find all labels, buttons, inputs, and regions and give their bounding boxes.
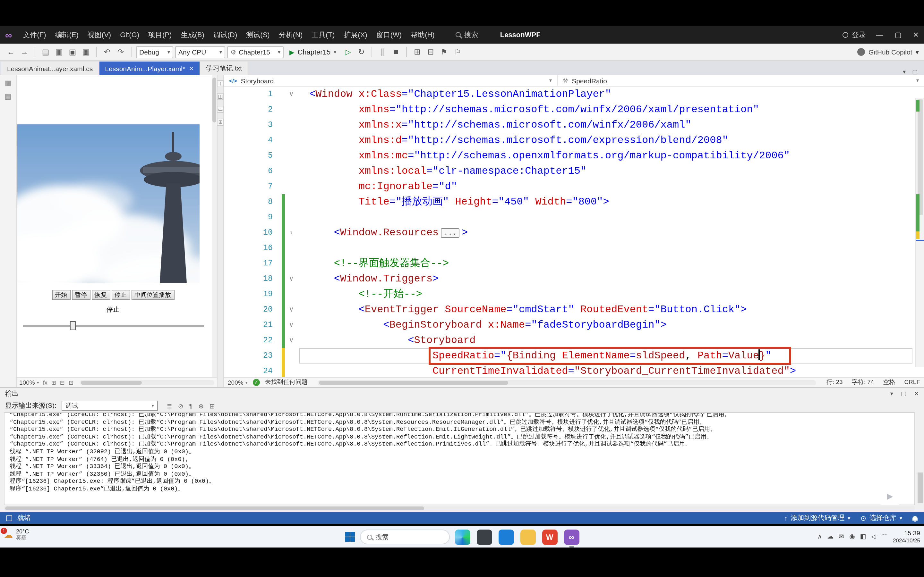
code-line[interactable]: 3 xmlns:x="http://schemas.microsoft.com/… [224, 117, 915, 133]
fold-marker[interactable]: › [285, 225, 298, 240]
code-line[interactable]: 4 xmlns:d="http://schemas.microsoft.com/… [224, 133, 915, 148]
hot-reload-icon[interactable]: ↻ [355, 46, 367, 58]
tray-expand-icon[interactable]: ∧ [817, 532, 822, 542]
document-tab[interactable]: LessonAnimat...ayer.xaml.cs [1, 61, 99, 75]
start-without-debugging-icon[interactable]: ▷ [342, 46, 354, 58]
fold-marker[interactable]: ∨ [285, 302, 298, 318]
menu-item[interactable]: 编辑(E) [51, 26, 83, 44]
code-line[interactable]: 9 [224, 210, 915, 225]
designer-button[interactable]: 暂停 [71, 290, 90, 300]
navigate-backward-icon[interactable]: ← [5, 46, 17, 58]
editor-horizontal-scrollbar[interactable] [318, 380, 816, 385]
code-line[interactable]: 1∨<Window x:Class="Chapter15.LessonAnima… [224, 87, 915, 102]
element-dropdown[interactable]: </> Storyboard ▾ [224, 75, 557, 86]
editor-zoom-dropdown[interactable]: 200% ▾ [228, 379, 248, 386]
taskbar-app-wps[interactable]: W [542, 529, 557, 545]
fold-marker[interactable]: ∨ [285, 87, 298, 102]
mail-icon[interactable]: ✉ [838, 532, 844, 542]
menu-item[interactable]: 项目(P) [144, 26, 176, 44]
menu-item[interactable]: 扩展(X) [339, 26, 372, 44]
menu-item[interactable]: 调试(D) [209, 26, 242, 44]
slider-thumb[interactable] [70, 321, 76, 330]
add-to-source-control-button[interactable]: ↑ 添加到源代码管理 ▾ [784, 514, 851, 522]
minimize-icon[interactable]: — [876, 31, 883, 39]
scrollbar-thumb[interactable] [81, 380, 142, 384]
taskbar-clock[interactable]: 15:39 2024/10/25 [893, 530, 920, 544]
menu-item[interactable]: 视图(V) [83, 26, 115, 44]
document-tab[interactable]: LessonAnim...Player.xaml*✕ [99, 61, 200, 75]
taskbar-app-browser[interactable] [455, 529, 470, 545]
designer-button[interactable]: 恢复 [91, 290, 110, 300]
menu-item[interactable]: 测试(S) [242, 26, 274, 44]
code-line[interactable]: 2 xmlns="http://schemas.microsoft.com/wi… [224, 102, 915, 117]
spaces-indicator[interactable]: 空格 [883, 378, 895, 387]
code-line[interactable]: 19 <!--开始--> [224, 287, 915, 302]
select-repository-button[interactable]: ⊙ 选择仓库 ▾ [861, 514, 902, 522]
code-line[interactable]: 18∨ <Window.Triggers> [224, 271, 915, 287]
menu-item[interactable]: 分析(N) [274, 26, 307, 44]
fold-marker[interactable]: ∨ [285, 318, 298, 333]
fold-marker[interactable]: ∨ [285, 271, 298, 287]
display-icon[interactable]: ◧ [860, 532, 866, 542]
navigate-to-icon[interactable]: ⊞ [411, 46, 423, 58]
grid-icon[interactable]: ⊞ [217, 119, 224, 126]
fold-marker[interactable]: ∨ [285, 333, 298, 348]
code-line[interactable]: 24 CurrentTimeInvalidated="Storyboard_Cu… [224, 364, 915, 377]
member-dropdown[interactable]: ⚒ SpeedRatio ▾ [557, 75, 924, 86]
code-line[interactable]: 16 [224, 240, 915, 256]
menu-item[interactable]: 生成(B) [176, 26, 208, 44]
bookmark-previous-icon[interactable]: ⚐ [452, 46, 463, 58]
document-tab[interactable]: 学习笔记.txt [200, 61, 248, 75]
open-file-icon[interactable]: ▥ [53, 46, 65, 58]
notifications-bell-icon[interactable] [913, 516, 918, 520]
output-vertical-scrollbar[interactable] [916, 414, 924, 506]
network-icon[interactable]: ⌒ [881, 532, 888, 542]
column-indicator[interactable]: 字符: 74 [852, 378, 874, 387]
navigate-forward-icon[interactable]: → [19, 46, 30, 58]
output-title[interactable]: 输出 [5, 389, 19, 398]
output-horizontal-scrollbar[interactable] [4, 506, 915, 511]
slider-track[interactable] [23, 325, 204, 327]
break-all-icon[interactable]: ∥ [376, 46, 388, 58]
designer-button[interactable]: 中间位置播放 [131, 290, 174, 300]
code-line[interactable]: 8 Title="播放动画" Height="450" Width="800"> [224, 194, 915, 210]
menu-item[interactable]: 窗口(W) [372, 26, 406, 44]
sign-in-button[interactable]: 登录 [843, 30, 866, 39]
menu-item[interactable]: 帮助(H) [406, 26, 439, 44]
toolbox-icon[interactable]: ▦ [5, 79, 11, 87]
code-line[interactable]: 21∨ <BeginStoryboard x:Name="fadeStorybo… [224, 318, 915, 333]
designer-canvas[interactable]: 开始暂停恢复停止中间位置播放 停止 [17, 75, 217, 377]
restore-panel-icon[interactable]: ▢ [901, 390, 906, 397]
start-debugging-button[interactable]: ▶Chapter15▾ [286, 46, 340, 58]
stop-debugging-icon[interactable]: ■ [390, 46, 402, 58]
menu-item[interactable]: 文件(F) [18, 26, 50, 44]
start-button[interactable] [345, 532, 355, 542]
new-file-icon[interactable]: ▤ [40, 46, 51, 58]
line-indicator[interactable]: 行: 23 [827, 378, 843, 387]
scrollbar-thumb[interactable] [319, 380, 509, 384]
close-icon[interactable]: ✕ [189, 65, 194, 71]
output-log[interactable]: “Chapter15.exe” (CoreCLR: clrhost): 已加载“… [4, 412, 915, 505]
bookmark-icon[interactable]: ⚑ [438, 46, 450, 58]
collapsed-region[interactable]: ... [441, 228, 460, 238]
scrollbar-thumb[interactable] [918, 472, 923, 503]
code-line[interactable]: 20∨ <EventTrigger SourceName="cmdStart" … [224, 302, 915, 318]
code-line[interactable]: 7 mc:Ignorable="d" [224, 179, 915, 194]
save-all-icon[interactable]: ▦ [80, 46, 92, 58]
save-icon[interactable]: ▣ [67, 46, 78, 58]
code-line[interactable]: 5 xmlns:mc="http://schemas.openxmlformat… [224, 148, 915, 163]
effects-icon[interactable]: fx [43, 379, 47, 386]
code-area[interactable]: 1∨<Window x:Class="Chapter15.LessonAnima… [224, 87, 915, 377]
code-line[interactable]: 10› <Window.Resources...> [224, 225, 915, 240]
designer-button[interactable]: 停止 [111, 290, 130, 300]
menu-item[interactable]: 工具(T) [307, 26, 339, 44]
configuration-dropdown[interactable]: Debug▾ [136, 46, 173, 58]
active-files-icon[interactable]: ▾ [903, 69, 906, 75]
github-copilot-button[interactable]: GitHub Copilot ▾ [858, 48, 919, 56]
redo-icon[interactable]: ↷ [115, 46, 126, 58]
scrollbar-thumb[interactable] [212, 77, 216, 122]
scrollbar-thumb[interactable] [5, 506, 424, 510]
clear-all-icon[interactable]: ⊘ [178, 402, 184, 409]
designer-vertical-scrollbar[interactable] [212, 75, 217, 377]
horizontal-split-icon[interactable]: ◫ [217, 93, 224, 100]
